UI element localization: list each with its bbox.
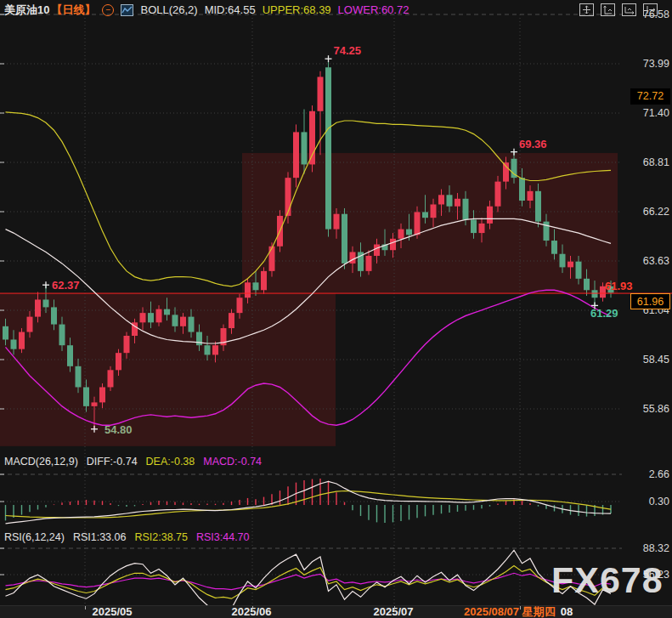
alert-price-label: 61.93 [605, 280, 633, 292]
chart-canvas[interactable] [0, 0, 672, 618]
month-label: 2025/06 [232, 606, 272, 618]
price-extreme-label: 62.37 [52, 279, 80, 292]
x-axis-adjust-icon[interactable] [622, 3, 636, 16]
macd-axis-label: 0.30 [624, 495, 669, 508]
y-axis-label: 55.86 [624, 402, 669, 416]
macd-indicator-label: MACD(26,12,9) [4, 456, 78, 468]
macd-dea-value: DEA:-0.38 [146, 456, 195, 468]
rsi-header: RSI(6,12,24) RSI1:33.06 RSI2:38.75 RSI3:… [4, 531, 250, 543]
y-axis-label: 73.99 [624, 57, 669, 71]
rsi1-value: RSI1:33.06 [73, 531, 127, 543]
price-flag: 72.72 [630, 88, 670, 105]
rsi3-value: RSI3:44.70 [196, 531, 250, 543]
y-axis-label: 63.63 [624, 254, 669, 268]
price-extreme-label: 74.25 [334, 44, 362, 57]
macd-axis-label: 2.66 [624, 468, 669, 481]
current-date-label: 2025/08/07 星期四08 [464, 606, 573, 618]
indicator-chart-icon[interactable] [121, 4, 133, 16]
chart-header: 美原油10 【日线】 − BOLL(26,2) MID:64.55 UPPER:… [4, 3, 415, 17]
y-axis-label: 66.22 [624, 205, 669, 218]
zoom-out-icon[interactable]: − [102, 4, 114, 16]
chart-toolbar [579, 3, 658, 16]
boll-indicator-label: BOLL(26,2) [140, 3, 197, 16]
rsi2-value: RSI2:38.75 [134, 531, 188, 543]
period-label[interactable]: 【日线】 [51, 3, 95, 18]
rsi-axis-label: 88.32 [624, 541, 669, 555]
price-extreme-label: 69.36 [519, 138, 547, 150]
y-axis-adjust-icon[interactable] [601, 3, 615, 16]
y-axis-label: 68.81 [624, 156, 669, 169]
axis-tick [394, 606, 395, 609]
move-tool-icon[interactable] [579, 3, 594, 16]
rsi-indicator-label: RSI(6,12,24) [4, 531, 65, 543]
axis-tick [520, 606, 521, 609]
boll-lower-value: LOWER:60.72 [338, 3, 409, 16]
axis-tick [252, 606, 253, 609]
boll-upper-value: UPPER:68.39 [263, 3, 331, 16]
macd-header: MACD(26,12,9) DIFF:-0.74 DEA:-0.38 MACD:… [4, 456, 262, 468]
pan-right-icon[interactable] [643, 3, 658, 16]
macd-macd-value: MACD:-0.74 [203, 456, 262, 468]
trading-chart-window: 美原油10 【日线】 − BOLL(26,2) MID:64.55 UPPER:… [0, 0, 672, 618]
boll-mid-value: MID:64.55 [205, 3, 256, 16]
month-label: 2025/07 [374, 606, 414, 618]
fx678-watermark: FX678 [551, 559, 664, 601]
macd-diff-value: DIFF:-0.74 [87, 456, 138, 468]
price-flag: 61.96 [630, 293, 670, 309]
price-extreme-label: 61.29 [590, 307, 618, 320]
month-label: 2025/05 [93, 606, 133, 618]
price-extreme-label: 54.80 [104, 423, 133, 436]
y-axis-label: 58.45 [624, 353, 669, 366]
time-axis[interactable]: 2025/08/07 星期四08 2025/052025/062025/07 [0, 605, 672, 618]
symbol-name: 美原油10 [4, 3, 49, 18]
axis-tick [85, 606, 86, 609]
y-axis-label: 71.40 [624, 106, 669, 120]
